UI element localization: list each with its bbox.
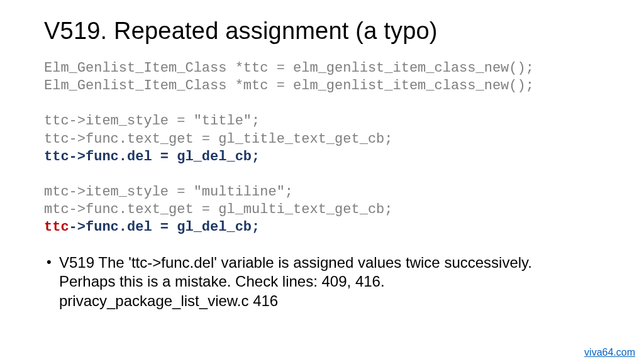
- bullet-item: V519 The 'ttc->func.del' variable is ass…: [44, 253, 600, 311]
- code-typo-token: ttc: [44, 219, 69, 235]
- bullet-list: V519 The 'ttc->func.del' variable is ass…: [44, 253, 600, 311]
- slide-title: V519. Repeated assignment (a typo): [44, 18, 600, 45]
- bullet-line: V519 The 'ttc->func.del' variable is ass…: [59, 254, 532, 271]
- code-line: mtc->func.text_get = gl_multi_text_get_c…: [44, 202, 393, 217]
- code-line: Elm_Genlist_Item_Class *ttc = elm_genlis…: [44, 60, 534, 76]
- code-line: Elm_Genlist_Item_Class *mtc = elm_genlis…: [44, 78, 534, 94]
- slide-container: V519. Repeated assignment (a typo) Elm_G…: [0, 0, 644, 324]
- code-line-highlight: ttc->func.del = gl_del_cb;: [44, 149, 260, 165]
- bullet-line: privacy_package_list_view.c 416: [59, 292, 278, 309]
- code-line: mtc->item_style = "multiline";: [44, 184, 293, 200]
- code-line-highlight: ->func.del = gl_del_cb;: [69, 219, 260, 235]
- code-line: ttc->item_style = "title";: [44, 113, 260, 129]
- code-line: ttc->func.text_get = gl_title_text_get_c…: [44, 131, 393, 147]
- code-block: Elm_Genlist_Item_Class *ttc = elm_genlis…: [44, 60, 600, 237]
- bullet-line: Perhaps this is a mistake. Check lines: …: [59, 273, 385, 290]
- footer-link[interactable]: viva64.com: [584, 347, 635, 358]
